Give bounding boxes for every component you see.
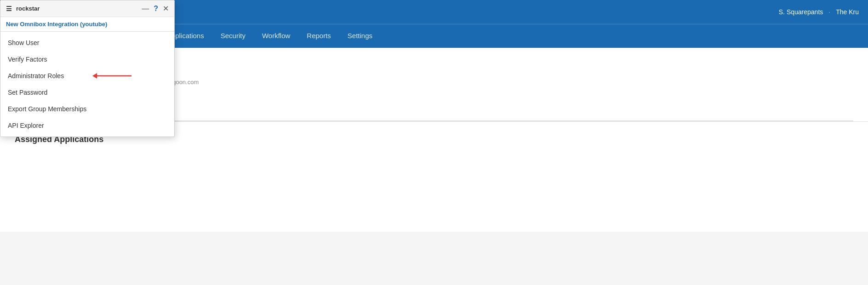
user-full-name: Larry Lobster [61,63,853,77]
help-icon[interactable]: ? [154,5,158,13]
menu-item-label: Set Password [8,89,47,96]
separator: · [828,8,830,16]
user-meta: User Active View Logs [61,90,853,97]
menu-item-label: Export Group Memberships [8,105,86,113]
topbar-right: S. Squarepants · The Kru [779,8,859,16]
nav-item-workflow[interactable]: Workflow [254,24,298,48]
popup-titlebar: ☰ rockstar — ? ✕ [0,0,174,17]
user-display-name: S. Squarepants [779,8,823,16]
menu-item-api-explorer[interactable]: API Explorer [0,117,174,134]
menu-item-label: Administrator Roles [8,72,64,80]
hamburger-icon: ☰ [6,5,12,12]
menu-item-label: Verify Factors [8,56,47,63]
menu-item-administrator-roles[interactable]: Administrator Roles [0,68,174,84]
close-icon[interactable]: ✕ [163,4,169,13]
menu-item-label: API Explorer [8,122,44,129]
svg-marker-5 [92,73,97,79]
popup-menu-items: Show User Verify Factors Administrator R… [0,32,174,137]
popup-title-icons: — ? ✕ [142,4,169,13]
nav-item-security[interactable]: Security [212,24,254,48]
menu-item-set-password[interactable]: Set Password [0,84,174,101]
menu-item-label: Show User [8,39,39,46]
rockstar-popup: ☰ rockstar — ? ✕ New Omnibox Integration… [0,0,175,137]
popup-title-left: ☰ rockstar [6,5,40,12]
user-email: larry@goolagoon.com, email: larry@goolag… [61,79,853,86]
integration-link[interactable]: New Omnibox Integration (youtube) [0,17,174,32]
menu-item-verify-factors[interactable]: Verify Factors [0,51,174,68]
red-arrow-icon [92,70,134,81]
minimize-icon[interactable]: — [142,5,149,13]
nav-item-settings[interactable]: Settings [339,24,381,48]
nav-item-reports[interactable]: Reports [298,24,339,48]
menu-item-export-group-memberships[interactable]: Export Group Memberships [0,101,174,117]
menu-item-show-user[interactable]: Show User [0,34,174,51]
user-info: Larry Lobster larry@goolagoon.com, email… [61,61,853,121]
org-label: The Kru [836,8,859,16]
popup-title-text: rockstar [16,5,40,12]
